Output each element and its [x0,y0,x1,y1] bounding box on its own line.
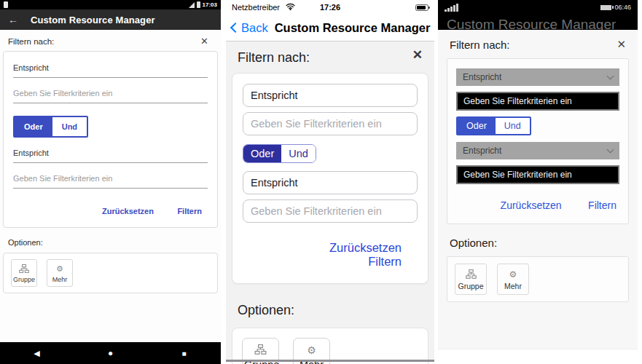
or-toggle-button[interactable]: Oder [458,118,496,134]
page-title: Custom Resource Manager [31,15,155,25]
android-nav-bar: ◀ ● ■ [0,342,221,364]
criteria-placeholder: Geben Sie Filterkriterien ein [13,89,208,103]
more-button-label: Mehr [48,276,71,283]
ios-status-bar: Netzbetreiber 17:26 [226,0,434,15]
triple-screenshot-canvas: 17:03 ← Custom Resource Manager Filtern … [0,0,642,364]
filter-card: Entspricht Geben Sie Filterkriterien ein… [232,73,428,284]
filter-section-label: Filtern nach: [238,50,310,66]
android-status-bar: 17:03 [0,0,221,9]
battery-icon [600,5,611,10]
operator-select-1[interactable]: Entspricht [456,68,619,86]
filter-card: Entspricht Geben Sie Filterkriterien ein… [447,58,629,224]
group-button[interactable]: Gruppe [455,264,487,295]
options-section-label: Optionen: [238,303,423,318]
filter-apply-button[interactable]: Filtern [588,199,616,211]
operator-select-1[interactable]: Entspricht [243,84,418,107]
nav-home-button[interactable]: ● [74,348,147,358]
filter-card: Entspricht Geben Sie Filterkriterien ein… [3,51,218,228]
android-phone-screen: 17:03 ← Custom Resource Manager Filtern … [0,0,221,364]
filter-apply-button[interactable]: Filtern [177,207,202,215]
chevron-down-icon [607,146,614,153]
filter-apply-button[interactable]: Filtern [368,255,402,268]
battery-icon [415,4,428,11]
criteria-input-2[interactable]: Geben Sie Filterkriterien ein [243,199,418,223]
back-button[interactable]: Back [230,21,268,35]
operator-select-2[interactable]: Entspricht [243,171,418,194]
nav-back-button[interactable]: ◀ [0,349,74,358]
filter-section-label: Filtern nach: [450,39,510,51]
options-card: Gruppe ⚙ Mehr [447,256,629,302]
criteria-placeholder: Geben Sie Filterkriterien ein [463,96,572,106]
back-arrow-icon[interactable]: ← [8,14,18,25]
and-toggle-button[interactable]: Und [281,145,316,162]
criteria-input-1[interactable]: Geben Sie Filterkriterien ein [13,89,208,103]
reset-button[interactable]: Zurücksetzen [102,207,154,215]
status-time: 17:26 [232,3,428,12]
options-section-label: Optionen: [450,237,626,249]
winphone-status-bar: 06:46 [438,0,638,15]
criteria-input-1[interactable]: Geben Sie Filterkriterien ein [456,92,619,111]
operator-value: Entspricht [251,90,297,101]
org-chart-icon [12,264,36,274]
operator-value: Entspricht [13,149,208,163]
gear-icon: ⚙ [295,344,328,357]
options-section-label: Optionen: [8,238,213,247]
close-icon[interactable]: ✕ [616,38,626,51]
criteria-input-2[interactable]: Geben Sie Filterkriterien ein [13,174,208,189]
criteria-input-1[interactable]: Geben Sie Filterkriterien ein [243,112,418,135]
notification-icon [4,1,8,8]
criteria-placeholder: Geben Sie Filterkriterien ein [251,118,382,130]
android-app-bar: ← Custom Resource Manager [0,9,221,30]
and-toggle-button[interactable]: Und [52,117,87,136]
page-title: Custom Resource Manager [275,21,431,35]
cell-signal-icon [445,4,458,12]
page-title: Custom Resource Manager [447,15,629,30]
filter-section-label: Filtern nach: [8,37,54,46]
operator-select-2[interactable]: Entspricht [456,142,619,159]
chevron-left-icon [230,23,240,33]
reset-button[interactable]: Zurücksetzen [329,241,402,254]
filter-sheet: Filtern nach: ✕ Entspricht Geben Sie Fil… [438,30,638,349]
reset-button[interactable]: Zurücksetzen [501,199,562,211]
criteria-placeholder: Geben Sie Filterkriterien ein [463,170,572,180]
status-time: 06:46 [614,4,631,11]
winphone-app-header: Custom Resource Manager [438,15,638,30]
criteria-input-2[interactable]: Geben Sie Filterkriterien ein [456,165,619,184]
logic-toggle: Oder Und [243,144,316,163]
android-content: Filtern nach: ✕ Entspricht Geben Sie Fil… [0,30,221,342]
cell-signal-icon [189,2,195,8]
logic-toggle: Oder Und [13,116,88,138]
operator-value: Entspricht [463,146,501,156]
or-toggle-button[interactable]: Oder [243,145,281,162]
and-toggle-button[interactable]: Und [496,118,530,134]
close-icon[interactable]: ✕ [412,50,423,60]
more-button[interactable]: ⚙ Mehr [497,264,529,295]
more-button-label: Mehr [498,282,528,290]
close-icon[interactable]: ✕ [200,36,213,47]
org-chart-icon [244,344,277,357]
criteria-placeholder: Geben Sie Filterkriterien ein [251,205,382,217]
operator-select-1[interactable]: Entspricht [13,63,208,78]
operator-value: Entspricht [251,177,297,189]
group-button-label: Gruppe [456,282,485,290]
options-card: Gruppe ⚙ Mehr [232,328,428,364]
operator-select-2[interactable]: Entspricht [13,149,208,163]
criteria-placeholder: Geben Sie Filterkriterien ein [13,174,208,189]
operator-value: Entspricht [13,63,208,78]
options-card: Gruppe ⚙ Mehr [3,253,218,293]
group-button-label: Gruppe [12,276,36,283]
logic-toggle: Oder Und [456,116,531,135]
winphone-screen: 06:46 Custom Resource Manager Filtern na… [438,0,638,364]
more-button[interactable]: ⚙ Mehr [47,259,73,287]
bottom-bar [226,360,434,362]
operator-value: Entspricht [463,72,501,82]
filter-sheet: Filtern nach: ✕ Entspricht Geben Sie Fil… [226,41,434,362]
ios-phone-screen: Netzbetreiber 17:26 Back Custom Resource… [226,0,434,364]
ios-nav-bar: Back Custom Resource Manager [226,15,434,41]
group-button[interactable]: Gruppe [11,259,37,287]
chevron-down-icon [607,72,614,79]
gear-icon: ⚙ [498,269,528,280]
status-time: 17:03 [203,1,217,8]
nav-recents-button[interactable]: ■ [147,349,221,357]
or-toggle-button[interactable]: Oder [15,117,52,136]
